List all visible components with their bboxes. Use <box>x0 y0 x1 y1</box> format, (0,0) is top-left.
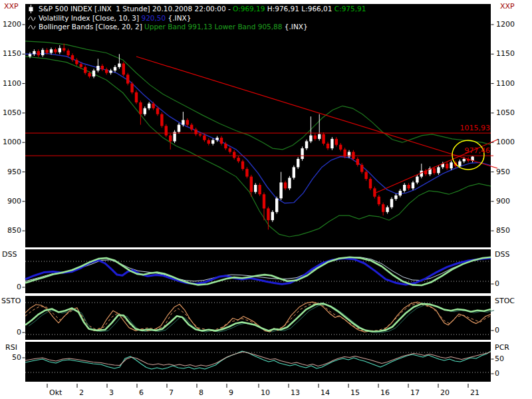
candle-down <box>446 164 448 168</box>
candle-up <box>114 67 116 70</box>
pcr-fifty-label-right: 50 <box>495 354 504 363</box>
candle-down <box>54 49 57 52</box>
candle-up <box>386 207 388 212</box>
candle-up <box>331 139 333 148</box>
candle-down <box>194 130 197 134</box>
candle-up <box>390 199 393 207</box>
candle-up <box>50 49 53 53</box>
candle-up <box>450 162 452 168</box>
y-axis-label-left: 950 <box>1 168 21 176</box>
candle-up <box>275 198 278 211</box>
y-axis-label-left: 1100 <box>1 79 21 88</box>
legend-bollinger-values: Upper Band 991,13 Lower Band 905,88 <box>144 23 282 31</box>
y-axis-label-right: 1150 <box>496 49 515 58</box>
candle-up <box>144 108 146 114</box>
y-axis-label-left: 1150 <box>1 49 21 58</box>
candle-up <box>41 50 44 55</box>
candle-down <box>335 139 338 145</box>
legend-close-value: C:975,91 <box>334 5 366 13</box>
candle-down <box>126 74 129 83</box>
candle-up <box>412 182 414 188</box>
y-axis-label-left: 850 <box>1 226 21 235</box>
chart-canvas[interactable] <box>0 0 532 399</box>
candle-down <box>199 134 201 136</box>
x-axis-label: 14 <box>321 388 330 397</box>
x-axis-label: Okt <box>49 388 62 397</box>
candle-down <box>250 177 253 192</box>
x-axis-label: 16 <box>380 388 390 397</box>
candle-up <box>92 70 95 76</box>
y-axis-label-right: 900 <box>496 197 510 205</box>
stochastic-zero-label-left: 0 <box>1 328 21 336</box>
candle-up <box>463 159 466 162</box>
y-axis-label-left: 1000 <box>1 138 21 146</box>
dss-panel-label-right: DSS <box>495 250 509 259</box>
candle-up <box>301 148 303 159</box>
x-axis-label: 17 <box>410 388 420 397</box>
candle-down <box>245 169 248 177</box>
candle-up <box>271 212 274 220</box>
candle-down <box>314 136 317 139</box>
candle-down <box>322 134 325 144</box>
candle-up <box>59 48 61 52</box>
stochastic-zero-label-right: 0 <box>495 326 499 334</box>
candle-up <box>437 167 440 173</box>
legend-open-value: O:969,19 <box>233 5 265 13</box>
dss-panel-label-left: DSS <box>2 250 17 259</box>
candle-down <box>169 136 172 142</box>
candle-up <box>211 140 214 144</box>
candle-down <box>327 144 329 148</box>
candle-down <box>220 138 223 144</box>
stochastic-panel-label-right: STOC <box>495 297 517 305</box>
price-flag-label: 977,46 <box>426 147 490 155</box>
candle-up <box>279 182 282 198</box>
rsi-panel-label-left: RSI <box>5 343 17 352</box>
candle-down <box>267 208 269 220</box>
candle-down <box>433 168 436 173</box>
x-axis-label: 15 <box>350 388 360 397</box>
x-axis-label: 13 <box>291 388 300 397</box>
candle-down <box>263 194 265 208</box>
pcr-zero-label-right: 0 <box>495 369 499 378</box>
candle-down <box>186 120 189 125</box>
legend-volatility-suffix: {.INX} <box>166 14 191 23</box>
x-axis-label: 20 <box>440 388 450 397</box>
candle-down <box>190 125 193 130</box>
candle-up <box>297 159 299 167</box>
candle-up <box>318 134 321 139</box>
x-axis-label: 6 <box>139 388 144 397</box>
candle-down <box>156 108 159 114</box>
legend-symbol-title: S&P 500 INDEX [.INX 1 Stunde] 20.10.2008… <box>39 5 233 13</box>
candle-down <box>122 64 125 75</box>
candle-up <box>148 104 150 108</box>
candle-down <box>80 64 82 66</box>
candle-up <box>178 125 180 132</box>
candle-up <box>29 54 31 57</box>
candle-up <box>96 66 99 70</box>
candle-down <box>207 140 210 144</box>
candle-down <box>356 159 359 165</box>
candle-down <box>241 162 244 170</box>
wave-icon <box>28 15 37 22</box>
legend-bollinger-suffix: {.INX} <box>282 23 307 31</box>
legend-highlow-values: H:976,91 L:966,01 <box>265 5 334 13</box>
candle-up <box>458 162 461 166</box>
legend-volatility-value: 920,50 <box>141 14 166 23</box>
candle-down <box>105 69 108 72</box>
candle-down <box>339 145 342 150</box>
y-axis-label-right: 1050 <box>496 108 515 117</box>
candle-down <box>360 165 363 172</box>
candle-down <box>284 182 287 188</box>
x-axis-label: 7 <box>169 388 174 397</box>
candle-down <box>165 126 168 135</box>
y-axis-label-right: 950 <box>496 168 510 176</box>
y-axis-label-right: 1100 <box>496 79 515 88</box>
candle-down <box>203 136 205 140</box>
candle-up <box>416 177 418 183</box>
candle-down <box>407 185 410 188</box>
y-axis-label-right: 850 <box>496 226 510 235</box>
candle-up <box>254 185 257 192</box>
candle-down <box>258 185 261 194</box>
candle-up <box>215 138 218 140</box>
y-axis-label-left: 1200 <box>1 20 21 29</box>
